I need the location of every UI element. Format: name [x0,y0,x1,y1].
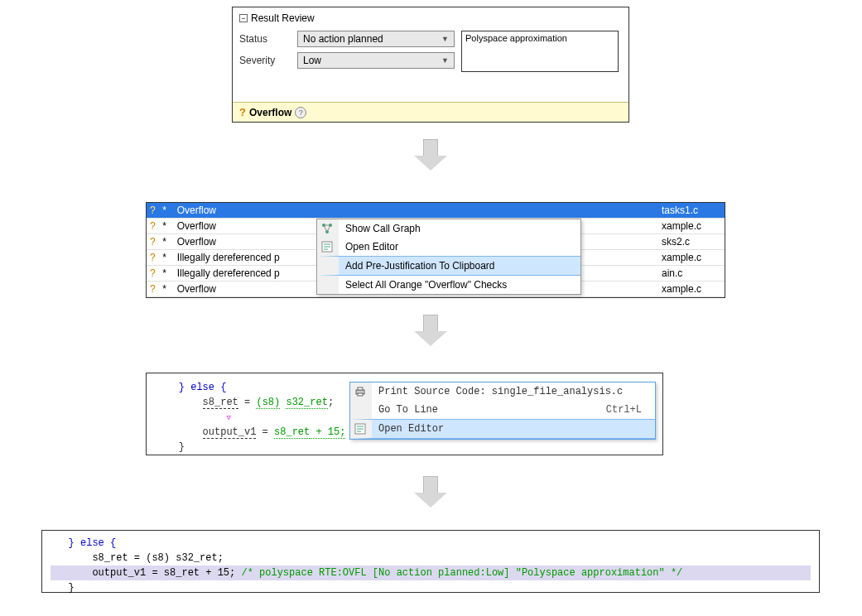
comment-textarea[interactable]: Polyspace approximation [461,31,619,72]
status-value: No action planned [303,33,383,45]
code-line: } else { [51,536,811,551]
call-graph-icon [320,222,334,235]
shortcut-label: Ctrl+L [606,404,642,416]
collapse-icon[interactable]: − [239,14,248,22]
source-code-panel: } else { s8_ret = (s8) s32_ret; ▽ output… [146,373,663,455]
overflow-bar: ? Overflow ? [233,102,628,122]
menu-add-prejustification[interactable]: Add Pre-Justification To Clipboard [317,256,580,276]
marker-icon: ▽ [226,414,230,422]
overflow-label: Overflow [249,107,291,118]
help-icon[interactable]: ? [295,107,306,118]
table-row[interactable]: ? * Overflow tasks1.c [147,203,725,219]
status-select[interactable]: No action planned ▼ [297,31,455,47]
arrow-down-icon [414,139,447,171]
chevron-down-icon: ▼ [441,56,449,65]
severity-label: Severity [239,55,297,66]
question-icon: ? [239,106,246,118]
code-line: } [155,440,654,455]
severity-value: Low [303,55,321,66]
code-line: s8_ret = (s8) s32_ret; [51,551,811,565]
menu-open-editor[interactable]: Open Editor [317,238,580,256]
severity-select[interactable]: Low ▼ [297,52,455,69]
context-menu: Print Source Code: single_file_analysis.… [349,382,656,440]
status-label: Status [239,33,297,45]
menu-select-all-overflow[interactable]: Select All Orange "Overflow" Checks [317,276,580,294]
arrow-down-icon [414,315,447,346]
printer-icon [354,385,367,398]
arrow-down-icon [414,476,447,508]
comment-text: Polyspace approximation [465,33,567,43]
context-menu: Show Call Graph Open Editor Add Pre-Just… [316,219,581,295]
code-line-highlighted: output_v1 = s8_ret + 15; /* polyspace RT… [51,565,811,580]
chevron-down-icon: ▼ [441,35,449,43]
menu-open-editor[interactable]: Open Editor [350,419,655,439]
svg-rect-6 [358,393,363,396]
editor-icon [354,422,367,436]
results-table-panel: ? * Overflow tasks1.c ? * Overflow xampl… [146,202,725,298]
menu-print-source[interactable]: Print Source Code: single_file_analysis.… [350,383,655,401]
svg-rect-5 [358,387,363,390]
result-review-panel: − Result Review Status No action planned… [232,7,629,123]
editor-icon [320,240,334,253]
code-line: } [51,580,811,595]
menu-goto-line[interactable]: Go To Line Ctrl+L [350,401,655,419]
menu-show-call-graph[interactable]: Show Call Graph [317,219,580,238]
final-code-panel: } else { s8_ret = (s8) s32_ret; output_v… [41,530,820,593]
result-review-title: Result Review [251,12,315,24]
